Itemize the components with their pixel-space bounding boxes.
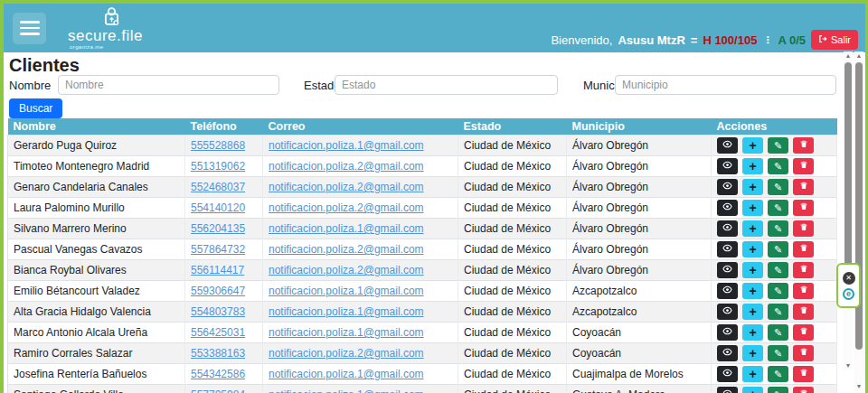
add-button[interactable]: + <box>742 283 763 299</box>
extension-badge-icon[interactable]: e <box>843 288 854 300</box>
view-button[interactable] <box>717 241 738 257</box>
email-cell: notificacion.poliza.2@gmail.com <box>263 239 458 260</box>
phone-link[interactable]: 552468037 <box>191 181 245 193</box>
email-link[interactable]: notificacion.poliza.1@gmail.com <box>269 222 424 235</box>
email-link[interactable]: notificacion.poliza.2@gmail.com <box>269 264 424 276</box>
email-link[interactable]: notificacion.poliza.2@gmail.com <box>269 160 424 173</box>
outer-scrollbar[interactable]: ▲ ▼ <box>854 51 863 391</box>
view-button[interactable] <box>717 179 738 195</box>
edit-button[interactable]: ✎ <box>768 137 788 154</box>
page-border-left <box>0 0 4 393</box>
close-icon[interactable]: ✕ <box>843 272 855 285</box>
delete-button[interactable] <box>793 137 814 154</box>
view-button[interactable] <box>717 324 738 341</box>
edit-button[interactable]: ✎ <box>768 200 788 216</box>
email-link[interactable]: notificacion.poliza.2@gmail.com <box>269 201 424 214</box>
delete-button[interactable] <box>793 366 814 382</box>
edit-button[interactable]: ✎ <box>768 179 788 195</box>
scroll-down-icon[interactable]: ▼ <box>854 382 863 391</box>
email-link[interactable]: notificacion.poliza.1@gmail.com <box>269 139 424 152</box>
add-button[interactable]: + <box>742 241 763 257</box>
edit-button[interactable]: ✎ <box>768 220 788 237</box>
eye-icon <box>722 160 733 172</box>
view-button[interactable] <box>717 345 738 361</box>
edit-button[interactable]: ✎ <box>768 366 788 382</box>
eye-icon <box>722 139 733 151</box>
pencil-icon: ✎ <box>774 286 782 296</box>
delete-button[interactable] <box>793 179 814 195</box>
add-button[interactable]: + <box>742 220 763 237</box>
scroll-up-icon[interactable]: ▲ <box>844 51 853 61</box>
phone-link[interactable]: 554803783 <box>191 305 245 318</box>
edit-button[interactable]: ✎ <box>768 158 788 174</box>
edit-button[interactable]: ✎ <box>768 345 788 361</box>
view-button[interactable] <box>717 283 738 299</box>
phone-link[interactable]: 559306647 <box>191 285 245 297</box>
add-button[interactable]: + <box>742 387 763 393</box>
phone-link[interactable]: 554342586 <box>191 368 245 380</box>
eye-icon <box>722 305 733 317</box>
email-link[interactable]: notificacion.poliza.1@gmail.com <box>269 326 424 339</box>
add-button[interactable]: + <box>742 179 763 195</box>
view-button[interactable] <box>717 158 738 174</box>
add-button[interactable]: + <box>742 345 763 361</box>
delete-button[interactable] <box>793 200 814 216</box>
pencil-icon: ✎ <box>774 349 782 359</box>
view-button[interactable] <box>717 262 738 278</box>
delete-button[interactable] <box>793 345 814 361</box>
add-button[interactable]: + <box>742 158 763 174</box>
estado-filter-input[interactable] <box>335 75 558 95</box>
add-button[interactable]: + <box>742 200 763 216</box>
view-button[interactable] <box>717 220 738 237</box>
search-button[interactable]: Buscar <box>9 98 62 118</box>
phone-link[interactable]: 551319062 <box>191 160 245 173</box>
email-link[interactable]: notificacion.poliza.1@gmail.com <box>269 368 424 380</box>
phone-link[interactable]: 556204135 <box>191 222 245 235</box>
add-button[interactable]: + <box>742 137 763 154</box>
edit-button[interactable]: ✎ <box>768 241 788 257</box>
delete-button[interactable] <box>793 220 814 237</box>
edit-button[interactable]: ✎ <box>768 283 788 299</box>
inner-scrollbar[interactable]: ▲ ▼ <box>844 51 853 370</box>
email-link[interactable]: notificacion.poliza.1@gmail.com <box>269 388 424 393</box>
view-button[interactable] <box>717 137 738 154</box>
phone-link[interactable]: 555528868 <box>191 139 245 152</box>
email-link[interactable]: notificacion.poliza.1@gmail.com <box>269 285 424 297</box>
delete-button[interactable] <box>793 241 814 257</box>
add-button[interactable]: + <box>742 366 763 382</box>
phone-link[interactable]: 557864732 <box>191 243 245 256</box>
view-button[interactable] <box>717 387 738 393</box>
email-link[interactable]: notificacion.poliza.2@gmail.com <box>269 347 424 360</box>
add-button[interactable]: + <box>742 304 763 320</box>
edit-button[interactable]: ✎ <box>768 324 788 341</box>
phone-link[interactable]: 554140120 <box>191 201 245 214</box>
delete-button[interactable] <box>793 387 814 393</box>
nombre-filter-input[interactable] <box>58 75 279 95</box>
add-button[interactable]: + <box>742 324 763 341</box>
add-button[interactable]: + <box>742 262 763 278</box>
scroll-down-icon[interactable]: ▼ <box>844 361 853 370</box>
hamburger-menu-button[interactable] <box>13 13 46 44</box>
edit-button[interactable]: ✎ <box>768 262 788 278</box>
view-button[interactable] <box>717 366 738 382</box>
email-link[interactable]: notificacion.poliza.1@gmail.com <box>269 305 424 318</box>
email-link[interactable]: notificacion.poliza.2@gmail.com <box>269 181 424 193</box>
phone-link[interactable]: 556425031 <box>191 326 245 339</box>
phone-link[interactable]: 556114417 <box>191 264 244 276</box>
phone-link[interactable]: 557705984 <box>191 388 245 393</box>
delete-button[interactable] <box>793 262 814 278</box>
phone-link[interactable]: 553388163 <box>191 347 245 360</box>
table-row: Santiago Gallardo Villa557705984notifica… <box>8 385 837 393</box>
delete-button[interactable] <box>793 324 814 341</box>
scroll-up-icon[interactable]: ▲ <box>854 51 863 61</box>
delete-button[interactable] <box>793 158 814 174</box>
edit-button[interactable]: ✎ <box>768 387 788 393</box>
delete-button[interactable] <box>793 283 814 299</box>
municipio-filter-input[interactable] <box>615 75 836 95</box>
logout-button[interactable]: Salir <box>811 30 858 50</box>
view-button[interactable] <box>717 200 738 216</box>
delete-button[interactable] <box>793 304 814 320</box>
view-button[interactable] <box>717 304 738 320</box>
email-link[interactable]: notificacion.poliza.2@gmail.com <box>269 243 424 256</box>
edit-button[interactable]: ✎ <box>768 304 788 320</box>
